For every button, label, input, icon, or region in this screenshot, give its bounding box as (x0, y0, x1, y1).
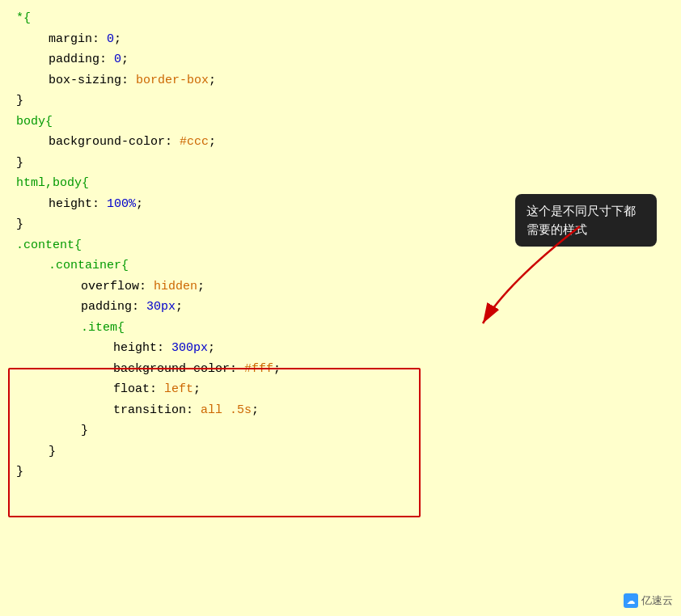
semi-padding-container: ; (176, 300, 183, 314)
selector-body: body{ (16, 115, 53, 129)
watermark: ☁ 亿速云 (624, 593, 673, 608)
selector-content: .content{ (16, 238, 82, 252)
prop-height-item: height: (113, 341, 171, 355)
semi-margin: ; (114, 32, 121, 46)
brace-htmlbody-close: } (16, 217, 23, 231)
semi-padding-star: ; (121, 53, 129, 66)
page-wrapper: *{ margin: 0; padding: 0; box-sizing: bo… (0, 0, 681, 616)
callout-text: 这个是不同尺寸下都 需要的样式 (527, 204, 636, 236)
code-line-1: *{ (16, 8, 665, 29)
prop-padding-star: padding: (49, 53, 114, 66)
selector-star: *{ (16, 11, 31, 25)
item-highlight-box (8, 368, 421, 517)
code-line-3: padding: 0; (16, 49, 665, 70)
code-line-7: background-color: #ccc; (16, 132, 665, 153)
val-margin: 0 (107, 32, 114, 46)
brace-body-close: } (16, 156, 23, 170)
prop-boxsizing: box-sizing: (49, 74, 136, 87)
prop-height-htmlbody: height: (49, 197, 107, 211)
code-line-9: html,body{ (16, 173, 665, 194)
val-overflow: hidden (154, 280, 197, 293)
prop-bgc-body: background-color: (49, 135, 180, 149)
code-line-14: overflow: hidden; (16, 276, 665, 297)
code-line-17: height: 300px; (16, 338, 665, 359)
code-line-2: margin: 0; (16, 29, 665, 50)
selector-htmlbody: html,body{ (16, 176, 89, 190)
selector-item: .item{ (81, 321, 125, 335)
semi-boxsizing: ; (209, 74, 216, 87)
semi-height-htmlbody: ; (136, 197, 143, 211)
code-line-16: .item{ (16, 318, 665, 339)
val-padding-star: 0 (114, 53, 121, 66)
callout-box: 这个是不同尺寸下都 需要的样式 (515, 194, 657, 247)
watermark-text: 亿速云 (641, 593, 673, 608)
semi-height-item: ; (208, 341, 215, 355)
semi-bgc-body: ; (209, 135, 216, 149)
val-boxsizing: border-box (136, 74, 209, 87)
code-line-4: box-sizing: border-box; (16, 70, 665, 91)
code-line-5: } (16, 91, 665, 112)
prop-padding-container: padding: (81, 300, 146, 314)
val-padding-container: 30px (146, 300, 176, 314)
prop-margin: margin: (49, 32, 107, 46)
code-line-6: body{ (16, 112, 665, 133)
selector-container: .container{ (49, 259, 129, 272)
val-bgc-body: #ccc (180, 135, 209, 149)
code-line-8: } (16, 153, 665, 174)
prop-overflow: overflow: (81, 280, 154, 293)
watermark-icon: ☁ (624, 593, 638, 608)
watermark-icon-text: ☁ (627, 597, 635, 605)
code-line-13: .container{ (16, 255, 665, 276)
val-height-item: 300px (171, 341, 208, 355)
semi-overflow: ; (197, 280, 205, 293)
brace-star-close: } (16, 94, 23, 108)
val-height-htmlbody: 100% (107, 197, 136, 211)
code-line-15: padding: 30px; (16, 297, 665, 318)
